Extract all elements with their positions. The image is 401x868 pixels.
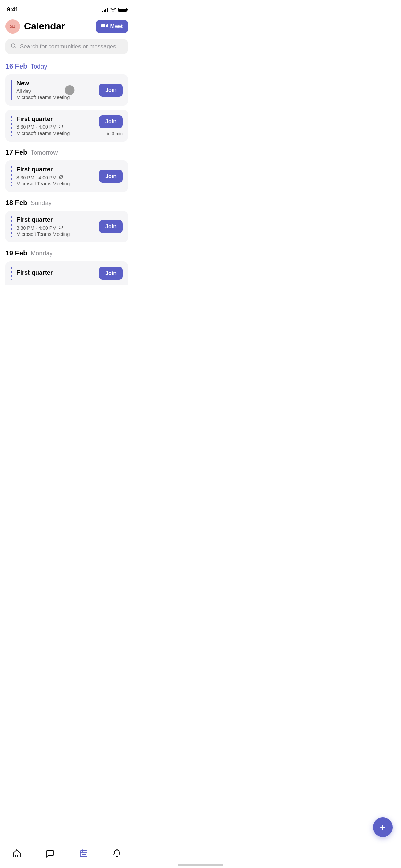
event-time-text-fq2: 3:30 PM - 4:00 PM <box>16 175 57 180</box>
event-card-first-quarter-3: First quarter 3:30 PM - 4:00 PM Microsof… <box>5 211 128 242</box>
event-right-fq4: Join <box>99 267 123 280</box>
page-title: Calendar <box>24 21 65 32</box>
event-right-new: Join <box>99 84 123 97</box>
date-header-feb19: 19 Feb Monday <box>0 246 134 261</box>
status-time: 9:41 <box>7 6 19 13</box>
event-title-fq1: First quarter <box>16 116 95 123</box>
search-container: Search for communities or messages <box>0 38 134 60</box>
event-time-fq1: 3:30 PM - 4:00 PM <box>16 124 95 130</box>
join-button-fq4[interactable]: Join <box>99 267 123 280</box>
svg-rect-0 <box>101 24 105 27</box>
date-num-feb18: 18 Feb <box>5 199 27 207</box>
in-min-label-fq1: in 3 min <box>107 131 123 136</box>
event-card-first-quarter-4: First quarter Join <box>5 261 128 285</box>
event-content-fq2: First quarter 3:30 PM - 4:00 PM Microsof… <box>16 166 95 186</box>
date-label-feb16: Today <box>31 63 47 70</box>
date-num-feb19: 19 Feb <box>5 249 27 257</box>
event-content-fq1: First quarter 3:30 PM - 4:00 PM Microsof… <box>16 116 95 136</box>
event-card-first-quarter-1: First quarter 3:30 PM - 4:00 PM Microsof… <box>5 110 128 142</box>
event-title-fq3: First quarter <box>16 216 95 224</box>
event-bar-striped-2 <box>11 166 12 186</box>
event-subtitle-fq1: Microsoft Teams Meeting <box>16 131 95 136</box>
join-button-fq2[interactable]: Join <box>99 170 123 183</box>
event-time-fq2: 3:30 PM - 4:00 PM <box>16 174 95 180</box>
event-subtitle-new: Microsoft Teams Meeting <box>16 95 95 100</box>
event-content-fq4: First quarter <box>16 269 95 278</box>
page-header: SJ Calendar Meet <box>0 16 134 38</box>
event-title-new: New <box>16 80 95 87</box>
event-title-fq2: First quarter <box>16 166 95 173</box>
event-subtitle-fq2: Microsoft Teams Meeting <box>16 181 95 186</box>
header-left: SJ Calendar <box>5 19 65 34</box>
recurrence-icon-fq2 <box>59 174 63 180</box>
date-header-feb17: 17 Feb Tomorrow <box>0 146 134 160</box>
event-card-first-quarter-2: First quarter 3:30 PM - 4:00 PM Microsof… <box>5 160 128 192</box>
date-label-feb18: Sunday <box>31 200 51 207</box>
search-icon <box>11 43 16 50</box>
event-subtitle-fq3: Microsoft Teams Meeting <box>16 231 95 237</box>
event-title-fq4: First quarter <box>16 269 95 276</box>
event-bar-striped-3 <box>11 216 12 237</box>
event-content-new: New All day Microsoft Teams Meeting <box>16 80 95 100</box>
date-header-feb18: 18 Feb Sunday <box>0 196 134 211</box>
wifi-icon <box>110 7 116 13</box>
date-header-feb16: 16 Feb Today <box>0 60 134 74</box>
recurrence-icon-fq1 <box>59 124 63 130</box>
meet-button[interactable]: Meet <box>96 20 128 33</box>
date-num-feb16: 16 Feb <box>5 62 27 70</box>
status-icons <box>102 7 127 13</box>
recurrence-icon-fq3 <box>59 225 63 231</box>
join-button-new[interactable]: Join <box>99 84 123 97</box>
event-right-fq1: Join in 3 min <box>99 115 123 136</box>
meet-label: Meet <box>110 23 123 29</box>
search-bar[interactable]: Search for communities or messages <box>5 39 128 54</box>
event-bar-striped-1 <box>11 115 12 136</box>
video-icon <box>101 23 108 29</box>
event-bar-striped-4 <box>11 267 12 280</box>
join-button-fq3[interactable]: Join <box>99 220 123 233</box>
event-content-fq3: First quarter 3:30 PM - 4:00 PM Microsof… <box>16 216 95 237</box>
date-label-feb19: Monday <box>31 250 52 257</box>
search-placeholder: Search for communities or messages <box>20 43 116 50</box>
event-time-fq3: 3:30 PM - 4:00 PM <box>16 225 95 231</box>
svg-line-2 <box>15 47 16 49</box>
event-time-text-fq1: 3:30 PM - 4:00 PM <box>16 124 57 130</box>
date-label-feb17: Tomorrow <box>31 149 58 156</box>
event-bar-solid <box>11 80 12 100</box>
battery-icon <box>118 8 127 12</box>
event-time-text-fq3: 3:30 PM - 4:00 PM <box>16 225 57 231</box>
event-card-new: New All day Microsoft Teams Meeting Join <box>5 74 128 106</box>
signal-icon <box>102 7 108 12</box>
event-time-new: All day <box>16 88 95 94</box>
join-button-fq1[interactable]: Join <box>99 115 123 128</box>
avatar[interactable]: SJ <box>5 19 20 34</box>
event-right-fq2: Join <box>99 170 123 183</box>
date-num-feb17: 17 Feb <box>5 148 27 156</box>
status-bar: 9:41 <box>0 0 134 16</box>
gray-dot <box>65 85 74 95</box>
scroll-content: 16 Feb Today New All day Microsoft Teams… <box>0 60 134 320</box>
event-right-fq3: Join <box>99 220 123 233</box>
